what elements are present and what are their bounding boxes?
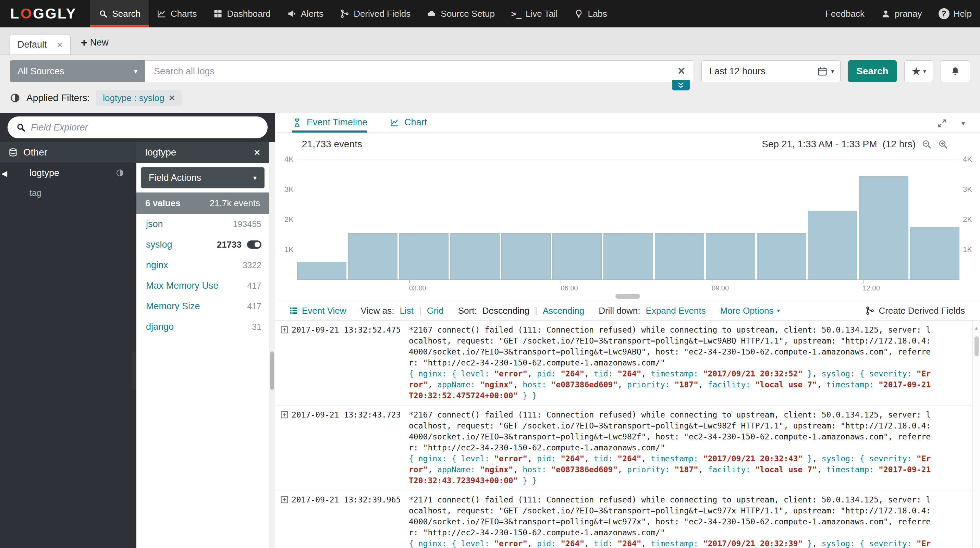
events-count: 21,733 events (302, 139, 362, 150)
chart-bar[interactable] (655, 233, 704, 280)
expand-event-icon[interactable] (280, 410, 289, 419)
time-range-picker[interactable]: Last 12 hours ▾ (702, 60, 840, 82)
vertical-scrollbar[interactable]: ▲ (972, 321, 980, 548)
chart-bar[interactable] (399, 233, 449, 280)
view-list-link[interactable]: List (399, 305, 413, 316)
y-tick-label: 2K (963, 215, 972, 224)
sort-ascending[interactable]: Ascending (543, 305, 584, 316)
nav-help[interactable]: ? Help (930, 0, 980, 27)
close-panel-icon[interactable]: × (254, 146, 260, 158)
horizontal-scrollbar-thumb[interactable] (616, 294, 640, 299)
chart-xaxis: 03:0006:0009:0012:00 (297, 280, 959, 292)
sort-descending[interactable]: Descending (482, 305, 530, 316)
expand-event-icon[interactable] (280, 495, 289, 504)
field-item-tag[interactable]: tag (0, 183, 136, 203)
chart-bar[interactable] (859, 176, 908, 280)
chart-bar[interactable] (297, 262, 347, 280)
chart-bar[interactable] (910, 227, 959, 280)
vertical-scrollbar-thumb[interactable] (975, 336, 978, 356)
clear-search-icon[interactable]: × (678, 64, 685, 78)
zoom-out-icon[interactable] (921, 139, 932, 150)
main-panel: Event Timeline Chart ▾ 21,733 events Sep… (275, 113, 980, 548)
field-actions-dropdown[interactable]: Field Actions ▾ (141, 167, 264, 188)
nav-search[interactable]: Search (90, 0, 148, 27)
filter-chip-logtype-syslog[interactable]: logtype : syslog × (96, 90, 181, 106)
chevron-down-icon: ▾ (831, 68, 834, 75)
tab-default[interactable]: Default × (10, 35, 71, 54)
chart-bar[interactable] (450, 233, 500, 280)
view-grid-link[interactable]: Grid (427, 305, 444, 316)
more-options-dropdown[interactable]: More Options ▾ (720, 305, 780, 316)
filter-toggle[interactable] (247, 240, 261, 249)
event-timestamp: 2017-09-21 13:32:43.723 (291, 409, 405, 420)
nav-user-menu[interactable]: pranay (873, 0, 930, 27)
zoom-in-icon[interactable] (937, 139, 948, 150)
search-input[interactable] (145, 60, 693, 82)
expand-search-badge[interactable] (672, 80, 690, 91)
scrollbar-thumb[interactable] (270, 351, 274, 390)
scroll-up-icon[interactable]: ▲ (973, 322, 980, 334)
chevron-down-icon: ▾ (253, 174, 257, 182)
field-explorer-input[interactable] (31, 122, 259, 133)
value-row-django[interactable]: django 31 (136, 316, 269, 337)
nav-source-setup[interactable]: Source Setup (419, 0, 503, 27)
value-row-memory-size[interactable]: Memory Size 417 (136, 296, 269, 316)
event-timestamp: 2017-09-21 13:32:52.475 (291, 324, 405, 335)
nav-derived-fields[interactable]: Derived Fields (332, 0, 419, 27)
field-explorer-searchbox[interactable] (8, 116, 267, 138)
collapse-sidebar-icon[interactable]: ◀ (2, 169, 7, 178)
chart-bar[interactable] (757, 233, 806, 280)
chart-bar[interactable] (808, 211, 858, 280)
loggly-logo[interactable]: LOGGLY (0, 0, 90, 27)
source-selector[interactable]: All Sources ▾ (10, 60, 145, 82)
nav-charts[interactable]: Charts (149, 0, 205, 27)
remove-filter-icon[interactable]: × (169, 92, 174, 103)
scrollbar-thumb[interactable] (132, 351, 136, 390)
event-row[interactable]: 2017-09-21 13:32:43.723*2167 connect() f… (275, 405, 980, 490)
field-explorer: Other ◀ logtype tag logtype × (0, 113, 275, 548)
field-group-other[interactable]: Other (0, 142, 136, 163)
y-tick-label: 4K (963, 155, 972, 164)
nav-alerts[interactable]: Alerts (279, 0, 332, 27)
nav-labs[interactable]: Labs (566, 0, 615, 27)
field-item-logtype[interactable]: logtype (0, 163, 136, 183)
value-row-syslog[interactable]: syslog 21733 (136, 234, 269, 255)
y-tick-label: 2K (285, 215, 294, 224)
nav-dashboard[interactable]: Dashboard (205, 0, 278, 27)
timeline-header: Event Timeline Chart ▾ (275, 113, 980, 133)
new-tab-button[interactable]: + New (71, 36, 119, 54)
nav-feedback[interactable]: Feedback (817, 0, 873, 27)
y-tick-label: 1K (285, 245, 294, 254)
nav-live-tail[interactable]: >_ Live Tail (503, 0, 566, 27)
favorites-button[interactable]: ★ ▾ (904, 60, 933, 82)
chart-bar[interactable] (501, 233, 550, 280)
line-chart-icon (157, 9, 167, 19)
expand-event-icon[interactable] (280, 326, 289, 334)
create-derived-fields-button[interactable]: Create Derived Fields (865, 305, 965, 316)
value-row-max-memory-use[interactable]: Max Memory Use 417 (136, 275, 269, 296)
search-bar-row: All Sources ▾ × Last 12 hours ▾ Search ★… (0, 55, 980, 86)
line-chart-icon (390, 118, 399, 127)
chart-bar[interactable] (706, 233, 755, 280)
event-row[interactable]: 2017-09-21 13:32:39.965*2171 connect() f… (275, 490, 980, 548)
collapse-timeline-icon[interactable]: ▾ (961, 119, 965, 127)
value-row-nginx[interactable]: nginx 3322 (136, 255, 269, 275)
expand-events-link[interactable]: Expand Events (646, 305, 706, 316)
value-row-json[interactable]: json 193455 (136, 214, 269, 234)
chart-bar[interactable] (348, 233, 398, 280)
chart-bar[interactable] (552, 233, 602, 280)
panel-title: logtype (145, 147, 176, 158)
fullscreen-icon[interactable] (937, 118, 947, 129)
event-list: 2017-09-21 13:32:52.475*2167 connect() f… (275, 321, 980, 548)
tab-chart[interactable]: Chart (390, 117, 427, 133)
tab-event-timeline[interactable]: Event Timeline (292, 117, 368, 133)
chevron-down-icon: ▾ (923, 68, 926, 75)
notifications-button[interactable] (940, 60, 970, 82)
values-summary: 6 values 21.7k events (136, 192, 269, 214)
search-icon (99, 9, 108, 19)
event-row[interactable]: 2017-09-21 13:32:52.475*2167 connect() f… (275, 321, 980, 405)
close-tab-icon[interactable]: × (57, 40, 63, 50)
chart-bar[interactable] (603, 233, 653, 280)
search-button[interactable]: Search (848, 60, 897, 82)
bell-icon (950, 66, 961, 76)
